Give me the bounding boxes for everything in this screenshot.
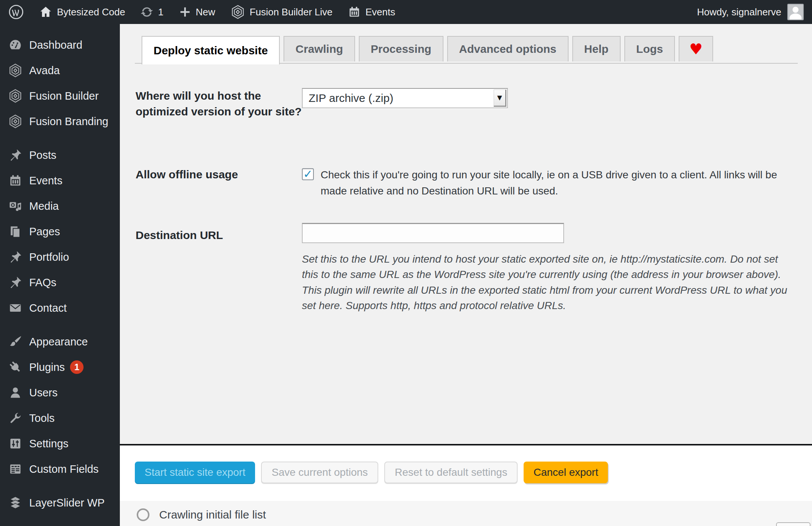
sidebar-item-label: LayerSlider WP — [29, 497, 104, 509]
pages-icon — [7, 224, 23, 239]
home-icon — [39, 5, 52, 19]
sidebar-item-portfolio[interactable]: Portfolio — [0, 244, 120, 270]
calendar-icon — [348, 5, 361, 19]
destination-url-description: Set this to the URL you intend to host y… — [302, 251, 797, 314]
plugin-settings-page: Deploy static website Crawling Processin… — [120, 24, 812, 526]
host-select-value: ZIP archive (.zip) — [303, 92, 494, 105]
account-menu[interactable]: Howdy, signalnerve — [697, 4, 804, 20]
sidebar-item-custom-fields[interactable]: Custom Fields — [0, 456, 120, 482]
reset-defaults-button[interactable]: Reset to default settings — [384, 462, 518, 483]
plugins-update-badge: 1 — [70, 360, 84, 374]
sidebar-item-fusion-branding[interactable]: Fusion Branding — [0, 109, 120, 134]
sidebar-item-plugins[interactable]: Plugins 1 — [0, 354, 120, 380]
partial-clipped-button[interactable] — [776, 522, 811, 526]
sidebar-item-label: Posts — [29, 149, 57, 161]
dashboard-gauge-icon — [7, 37, 23, 52]
admin-bar-events-link[interactable]: Events — [348, 5, 396, 19]
plug-icon — [7, 360, 23, 374]
export-progress-strip: Crawling initial file list — [120, 501, 812, 526]
admin-bar-events-label: Events — [366, 6, 396, 18]
tab-donate[interactable]: ♥ — [679, 36, 713, 61]
avatar — [787, 4, 804, 20]
fusion-hexagon-icon — [230, 4, 245, 19]
tab-help[interactable]: Help — [572, 36, 621, 61]
sidebar-item-fusion-builder[interactable]: Fusion Builder — [0, 83, 120, 109]
sliders-icon — [7, 436, 23, 451]
tab-label: Deploy static website — [154, 44, 268, 57]
envelope-icon — [7, 301, 23, 315]
sidebar-item-dashboard[interactable]: Dashboard — [0, 32, 120, 58]
host-question-label: Where will you host the optimized versio… — [136, 88, 302, 120]
sidebar-item-events[interactable]: Events — [0, 168, 120, 193]
sidebar-item-label: Pages — [29, 226, 60, 238]
avada-hexagon-icon — [7, 63, 23, 78]
wordpress-menu[interactable] — [8, 4, 24, 20]
sidebar-item-pages[interactable]: Pages — [0, 219, 120, 244]
updates-link[interactable]: 1 — [140, 5, 163, 19]
sidebar-item-users[interactable]: Users — [0, 380, 120, 405]
destination-url-row: Destination URL Set this to the URL you … — [136, 223, 797, 314]
sidebar-item-label: Dashboard — [29, 39, 82, 51]
layers-icon — [7, 495, 23, 510]
sidebar-item-posts[interactable]: Posts — [0, 142, 120, 168]
table-grid-icon — [7, 462, 23, 476]
howdy-text: Howdy, signalnerve — [697, 6, 781, 18]
tab-logs[interactable]: Logs — [624, 36, 675, 61]
sidebar-item-appearance[interactable]: Appearance — [0, 329, 120, 354]
sidebar-item-label: Custom Fields — [29, 463, 99, 475]
sidebar-item-label: Appearance — [29, 336, 88, 348]
sidebar-item-settings[interactable]: Settings — [0, 431, 120, 456]
offline-usage-row: Allow offline usage ✓ Check this if you'… — [136, 167, 797, 199]
save-options-button[interactable]: Save current options — [261, 462, 378, 483]
sidebar-item-avada[interactable]: Avada — [0, 58, 120, 83]
tab-processing[interactable]: Processing — [359, 36, 443, 61]
user-icon — [7, 386, 23, 400]
wordpress-admin-screen: Bytesized Code 1 New Fusion Builder Live — [0, 0, 812, 526]
fusion-builder-live-label: Fusion Builder Live — [250, 6, 333, 18]
sidebar-item-layerslider[interactable]: LayerSlider WP — [0, 490, 120, 516]
destination-url-label: Destination URL — [136, 223, 302, 314]
tab-label: Help — [584, 43, 609, 55]
select-dropdown-button[interactable]: ▼ — [494, 90, 506, 107]
sidebar-item-media[interactable]: Media — [0, 193, 120, 219]
destination-url-input[interactable] — [302, 223, 564, 243]
offline-usage-help-text: Check this if you're going to run your s… — [321, 167, 797, 199]
sidebar-item-faqs[interactable]: FAQs — [0, 270, 120, 295]
offline-usage-checkbox[interactable]: ✓ — [302, 168, 314, 180]
actions-area: Start static site export Save current op… — [120, 445, 812, 526]
fusion-builder-live-link[interactable]: Fusion Builder Live — [230, 4, 333, 19]
host-select[interactable]: ZIP archive (.zip) ▼ — [302, 88, 508, 108]
update-count: 1 — [158, 6, 163, 18]
site-home-link[interactable]: Bytesized Code — [39, 5, 125, 19]
sidebar-item-label: Contact — [29, 302, 67, 314]
settings-tabbar: Deploy static website Crawling Processin… — [135, 36, 798, 64]
sidebar-item-label: Events — [29, 175, 63, 187]
sidebar-item-label: Users — [29, 387, 58, 399]
new-content-menu[interactable]: New — [179, 6, 215, 18]
admin-sidebar: Dashboard Avada Fusion Builder Fusion Br… — [0, 24, 120, 526]
site-name: Bytesized Code — [57, 6, 125, 18]
checkmark-icon: ✓ — [303, 169, 312, 180]
sidebar-item-tools[interactable]: Tools — [0, 405, 120, 431]
media-icon — [7, 199, 23, 213]
heart-icon: ♥ — [689, 42, 703, 57]
sidebar-item-label: Avada — [29, 64, 60, 77]
tab-deploy-static-website[interactable]: Deploy static website — [142, 36, 280, 64]
update-refresh-icon — [140, 5, 154, 19]
plus-icon — [179, 6, 191, 18]
cancel-export-button[interactable]: Cancel export — [524, 462, 608, 483]
progress-step-row[interactable]: Crawling initial file list — [137, 508, 266, 521]
admin-bar: Bytesized Code 1 New Fusion Builder Live — [0, 0, 812, 24]
new-label: New — [196, 6, 215, 18]
start-export-button[interactable]: Start static site export — [135, 462, 255, 483]
sidebar-item-contact[interactable]: Contact — [0, 295, 120, 321]
sidebar-item-label: Fusion Builder — [29, 90, 99, 102]
wrench-icon — [7, 411, 23, 425]
tab-label: Crawling — [296, 43, 343, 55]
sidebar-item-label: Media — [29, 200, 59, 212]
tab-advanced-options[interactable]: Advanced options — [447, 36, 569, 61]
tab-crawling[interactable]: Crawling — [284, 36, 355, 61]
chevron-down-icon: ▼ — [496, 94, 504, 102]
progress-circle-icon — [137, 508, 149, 521]
sidebar-item-label: FAQs — [29, 276, 57, 289]
